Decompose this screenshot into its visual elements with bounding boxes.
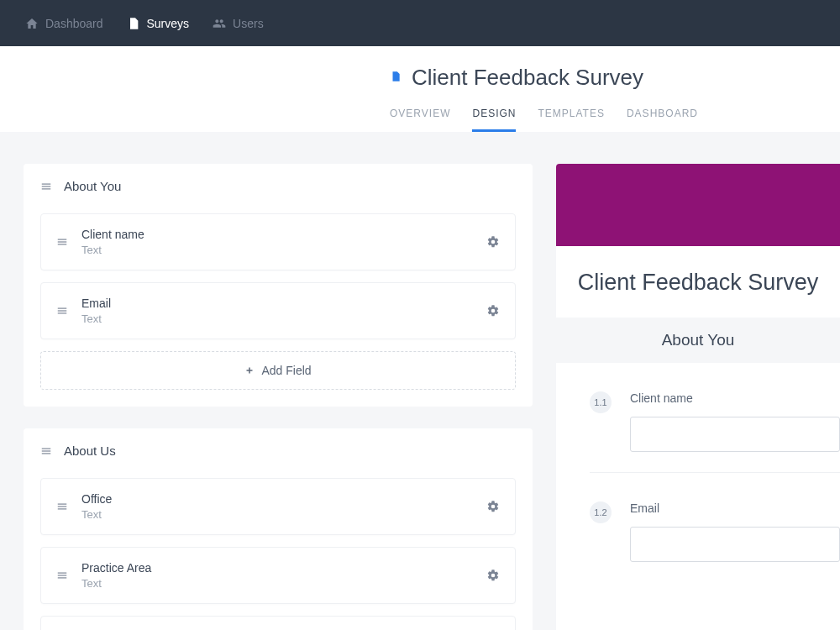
tab-design[interactable]: DESIGN bbox=[472, 108, 516, 132]
section-card: About You Client name Text bbox=[24, 164, 533, 407]
document-icon bbox=[390, 71, 402, 86]
gear-icon[interactable] bbox=[486, 304, 500, 318]
preview-column: Client Feedback Survey About You 1.1 Cli… bbox=[556, 164, 840, 630]
drag-handle-icon[interactable] bbox=[56, 305, 68, 317]
field-row[interactable]: Matter ID bbox=[40, 616, 516, 630]
section-title: About Us bbox=[64, 444, 116, 458]
field-row[interactable]: Email Text bbox=[40, 282, 516, 339]
field-row[interactable]: Office Text bbox=[40, 478, 516, 535]
preview-banner bbox=[556, 164, 840, 246]
field-info: Practice Area Text bbox=[81, 561, 473, 590]
section-title: About You bbox=[64, 179, 121, 193]
users-icon bbox=[213, 17, 226, 30]
nav-dashboard[interactable]: Dashboard bbox=[25, 17, 103, 30]
preview-question: 1.1 Client name bbox=[556, 363, 840, 472]
designer-column: About You Client name Text bbox=[24, 164, 533, 630]
field-label: Practice Area bbox=[81, 561, 473, 575]
section-card: About Us Office Text Pract bbox=[24, 428, 533, 630]
nav-users[interactable]: Users bbox=[213, 17, 264, 30]
text-input[interactable] bbox=[630, 527, 840, 562]
field-info: Email Text bbox=[81, 297, 473, 325]
preview-question: 1.2 Email bbox=[556, 473, 840, 582]
field-row[interactable]: Practice Area Text bbox=[40, 547, 516, 604]
page-title: Client Feedback Survey bbox=[412, 65, 643, 91]
drag-handle-icon[interactable] bbox=[40, 181, 52, 192]
drag-handle-icon[interactable] bbox=[56, 236, 68, 248]
question-number-badge: 1.2 bbox=[590, 501, 612, 523]
gear-icon[interactable] bbox=[486, 500, 500, 513]
nav-surveys-label: Surveys bbox=[147, 17, 190, 30]
field-info: Client name Text bbox=[81, 228, 473, 256]
question-label: Email bbox=[630, 501, 840, 515]
field-type: Text bbox=[81, 244, 473, 256]
field-type: Text bbox=[81, 312, 473, 325]
question-label: Client name bbox=[630, 391, 840, 405]
top-nav: Dashboard Surveys Users bbox=[0, 0, 840, 46]
gear-icon[interactable] bbox=[486, 569, 500, 582]
gear-icon[interactable] bbox=[486, 235, 500, 249]
tab-overview[interactable]: OVERVIEW bbox=[390, 108, 450, 132]
field-row[interactable]: Client name Text bbox=[40, 213, 516, 270]
text-input[interactable] bbox=[630, 417, 840, 452]
field-label: Client name bbox=[81, 228, 473, 241]
plus-icon bbox=[244, 365, 255, 375]
preview-title: Client Feedback Survey bbox=[556, 246, 840, 318]
tab-templates[interactable]: TEMPLATES bbox=[538, 108, 604, 132]
drag-handle-icon[interactable] bbox=[40, 445, 52, 457]
section-header: About Us bbox=[40, 444, 516, 458]
home-icon bbox=[25, 17, 39, 30]
preview-section-title: About You bbox=[556, 318, 840, 363]
nav-users-label: Users bbox=[233, 17, 264, 30]
survey-title-row: Client Feedback Survey bbox=[0, 65, 840, 91]
section-header: About You bbox=[40, 179, 516, 193]
field-info: Office Text bbox=[81, 492, 473, 521]
nav-dashboard-label: Dashboard bbox=[45, 17, 103, 30]
main-content: About You Client name Text bbox=[0, 132, 840, 630]
drag-handle-icon[interactable] bbox=[56, 570, 68, 581]
add-field-label: Add Field bbox=[261, 364, 311, 377]
field-label: Email bbox=[81, 297, 473, 310]
field-type: Text bbox=[81, 577, 473, 590]
add-field-button[interactable]: Add Field bbox=[40, 351, 516, 390]
field-label: Office bbox=[81, 492, 473, 506]
file-icon bbox=[127, 17, 140, 30]
header-section: Client Feedback Survey OVERVIEW DESIGN T… bbox=[0, 46, 840, 132]
tabs: OVERVIEW DESIGN TEMPLATES DASHBOARD bbox=[0, 108, 840, 132]
drag-handle-icon[interactable] bbox=[56, 501, 68, 512]
tab-dashboard[interactable]: DASHBOARD bbox=[627, 108, 698, 132]
field-type: Text bbox=[81, 508, 473, 521]
nav-surveys[interactable]: Surveys bbox=[127, 17, 190, 30]
question-number-badge: 1.1 bbox=[590, 391, 612, 413]
